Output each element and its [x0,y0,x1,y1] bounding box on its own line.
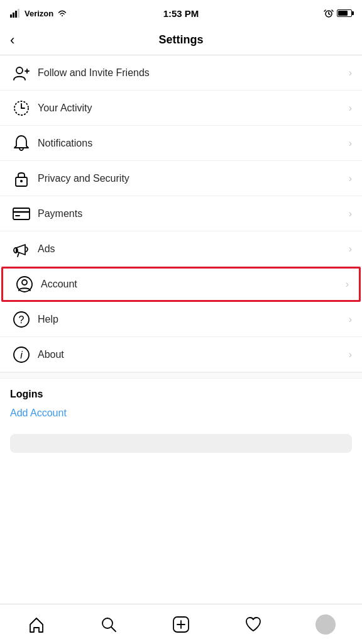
svg-line-17 [18,253,19,257]
menu-item-account[interactable]: Account › [1,267,361,302]
nav-heart[interactable] [238,609,269,640]
menu-item-follow[interactable]: Follow and Invite Friends › [0,55,362,91]
svg-text:?: ? [19,314,25,325]
svg-point-19 [22,280,27,285]
privacy-label: Privacy and Security [38,173,349,184]
nav-search[interactable] [93,609,124,640]
account-icon [13,275,36,293]
ads-icon [10,240,33,258]
svg-rect-13 [13,208,30,219]
svg-point-12 [20,180,23,182]
alarm-icon [324,8,334,18]
bottom-action-button[interactable] [10,434,352,453]
help-icon: ? [10,311,33,328]
activity-icon [10,99,33,117]
svg-rect-3 [18,9,19,18]
nav-add[interactable] [165,609,197,640]
settings-header: ‹ Settings [0,25,362,55]
section-divider [0,372,362,379]
menu-item-activity[interactable]: Your Activity › [0,91,362,126]
svg-line-25 [111,627,116,631]
activity-label: Your Activity [38,103,349,114]
status-time: 1:53 PM [163,8,199,19]
signal-icon [10,9,21,18]
privacy-chevron: › [349,173,352,184]
notifications-icon [10,135,33,152]
svg-point-16 [14,248,18,253]
ads-chevron: › [349,243,352,255]
logins-title: Logins [10,389,352,400]
svg-text:i: i [20,350,23,360]
back-button[interactable]: ‹ [10,32,14,48]
account-chevron: › [346,279,349,290]
follow-chevron: › [349,67,352,79]
svg-rect-0 [10,14,12,18]
privacy-icon [10,170,33,187]
ads-label: Ads [38,243,349,255]
payments-chevron: › [349,208,352,219]
menu-item-about[interactable]: i About › [0,337,362,372]
about-label: About [38,349,349,360]
nav-home[interactable] [21,609,52,640]
activity-chevron: › [349,103,352,114]
svg-rect-1 [13,13,14,18]
status-right [324,8,352,18]
wifi-icon [57,9,68,18]
follow-icon [10,65,33,81]
menu-item-privacy[interactable]: Privacy and Security › [0,161,362,196]
status-carrier: Verizon [10,9,68,18]
settings-menu-list: Follow and Invite Friends › Your Activit… [0,55,362,372]
add-account-button[interactable]: Add Account [10,408,352,419]
bottom-nav [0,604,362,644]
battery-icon [337,9,352,17]
payments-icon [10,207,33,221]
notifications-chevron: › [349,138,352,149]
profile-avatar [315,614,336,635]
payments-label: Payments [38,208,349,219]
nav-profile[interactable] [310,609,341,640]
header-title: Settings [158,33,203,47]
svg-line-6 [329,14,330,14]
svg-rect-2 [15,11,17,18]
menu-item-payments[interactable]: Payments › [0,196,362,231]
about-icon: i [10,346,33,364]
logins-section: Logins Add Account [0,379,362,431]
menu-item-help[interactable]: ? Help › [0,302,362,337]
notifications-label: Notifications [38,138,349,149]
help-chevron: › [349,314,352,325]
home-icon [28,616,45,633]
svg-point-7 [16,67,23,74]
menu-item-ads[interactable]: Ads › [0,231,362,267]
follow-label: Follow and Invite Friends [38,67,349,79]
menu-item-notifications[interactable]: Notifications › [0,126,362,161]
add-icon [172,616,190,633]
heart-icon [244,616,262,633]
about-chevron: › [349,349,352,360]
account-label: Account [41,279,346,290]
search-icon [100,616,118,633]
help-label: Help [38,314,349,325]
status-bar: Verizon 1:53 PM [0,0,362,25]
